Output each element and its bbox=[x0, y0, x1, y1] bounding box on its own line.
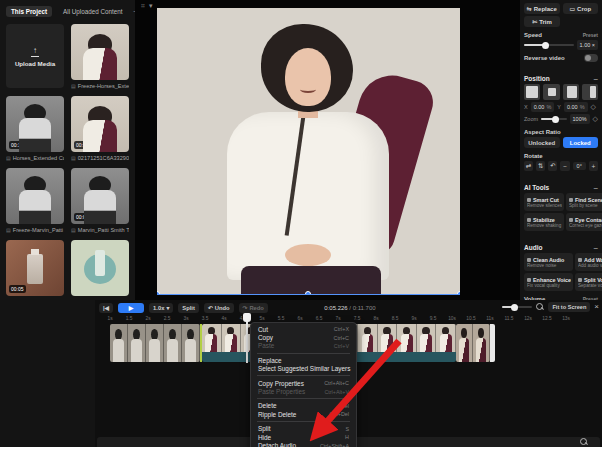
rotate-90-icon[interactable]: ↶ bbox=[548, 161, 557, 171]
filmstrip-frame bbox=[110, 324, 128, 362]
audio-tool-card[interactable]: Enhance Voice Fix vocal quality bbox=[524, 273, 573, 291]
context-menu-item[interactable]: Paste Ctrl+V bbox=[251, 342, 356, 350]
flip-horizontal-icon[interactable]: ⇄ bbox=[524, 161, 533, 171]
speed-preset-label[interactable]: Preset bbox=[583, 32, 598, 38]
position-preset-fill[interactable] bbox=[524, 84, 540, 100]
crop-label: Crop bbox=[577, 6, 591, 12]
context-menu-item[interactable]: Copy Properties Ctrl+Alt+C bbox=[251, 379, 356, 387]
crop-button[interactable]: ▭ Crop bbox=[563, 3, 599, 14]
aspect-unlocked-button[interactable]: Unlocked bbox=[524, 137, 560, 148]
video-preview[interactable] bbox=[157, 8, 460, 295]
redo-button[interactable]: ↷Redo bbox=[239, 303, 268, 313]
ai-tools-collapse-icon[interactable]: – bbox=[594, 186, 598, 190]
position-preset-fit[interactable] bbox=[543, 84, 559, 100]
clip-right-trim-handle[interactable] bbox=[490, 324, 495, 362]
position-keyframe-icon[interactable]: ◇ bbox=[591, 103, 596, 111]
ruler-tick: 3s bbox=[183, 316, 188, 321]
media-thumbnail[interactable] bbox=[71, 24, 129, 80]
playback-speed-button[interactable]: 1.0x▾ bbox=[149, 303, 173, 313]
media-item[interactable]: 00:13 ▤ Horses_Extended Cu... bbox=[6, 96, 64, 161]
skip-back-button[interactable]: |◀ bbox=[99, 303, 113, 313]
undo-button[interactable]: ↶Undo bbox=[204, 303, 234, 313]
upload-media-button[interactable]: ↑ Upload Media bbox=[6, 24, 64, 88]
media-thumbnail[interactable]: 00:06 bbox=[71, 96, 129, 152]
speed-slider[interactable] bbox=[524, 44, 574, 46]
position-collapse-icon[interactable]: – bbox=[594, 77, 598, 81]
context-menu-item[interactable]: Ripple Delete Ctrl+Del bbox=[251, 410, 356, 418]
trim-button[interactable]: ✄ Trim bbox=[524, 16, 560, 27]
media-item[interactable]: ▤ Freeze-Marvin_Patti ... bbox=[6, 168, 64, 233]
ai-tool-card[interactable]: Stabilize Remove shaking bbox=[524, 213, 564, 231]
position-preset-right-wide[interactable] bbox=[563, 84, 579, 100]
context-menu-item[interactable]: Select Suggested Similar Layers bbox=[251, 365, 356, 373]
ai-tool-card[interactable]: Smart Cut Remove silences bbox=[524, 193, 564, 211]
aspect-locked-button[interactable]: Locked bbox=[563, 137, 599, 148]
context-menu-item[interactable]: Split S bbox=[251, 425, 356, 433]
context-menu-item[interactable]: Delete Del bbox=[251, 402, 356, 410]
rotate-angle-value[interactable]: 0° bbox=[573, 162, 586, 170]
selection-handle-bottom-center[interactable] bbox=[305, 291, 311, 295]
zoom-in-icon[interactable] bbox=[536, 303, 544, 311]
media-item[interactable]: ▤ Generated_Scene_Wi... bbox=[71, 240, 129, 305]
y-input[interactable]: 0.00% bbox=[564, 102, 588, 112]
clip-tail[interactable] bbox=[456, 324, 490, 362]
position-preset-right-narrow[interactable] bbox=[582, 84, 598, 100]
media-item[interactable]: ▤ Freeze-Horses_Exten... bbox=[71, 24, 129, 89]
selection-handle-bottom-left[interactable] bbox=[157, 291, 160, 295]
context-menu-item[interactable] bbox=[257, 353, 350, 354]
selection-handle-bottom-right[interactable] bbox=[457, 291, 460, 295]
x-input[interactable]: 0.00% bbox=[531, 102, 555, 112]
media-thumbnail[interactable] bbox=[6, 168, 64, 224]
rotate-decrease-button[interactable]: − bbox=[560, 161, 569, 171]
media-item[interactable]: 00:06 ▤ 02171251C6A332908... bbox=[71, 96, 129, 161]
media-thumbnail[interactable] bbox=[71, 240, 129, 296]
context-menu: Cut Ctrl+X Copy Ctrl+C Paste Ctrl+V Repl… bbox=[250, 322, 357, 450]
ruler-tick: 7s bbox=[335, 316, 340, 321]
speed-value[interactable]: 1.00 × bbox=[577, 40, 598, 50]
trim-icon: ✄ bbox=[532, 18, 537, 25]
zoom-keyframe-icon[interactable]: ◇ bbox=[593, 115, 598, 123]
split-button[interactable]: Split bbox=[178, 303, 199, 313]
clip-bw-intro[interactable] bbox=[110, 324, 200, 362]
close-icon[interactable]: × bbox=[594, 303, 599, 311]
media-thumbnail[interactable]: 00:13 bbox=[6, 96, 64, 152]
context-menu-item[interactable]: Cut Ctrl+X bbox=[251, 325, 356, 333]
flip-vertical-icon[interactable]: ⇅ bbox=[536, 161, 545, 171]
play-button[interactable]: ▶ bbox=[118, 303, 144, 313]
zoom-value[interactable]: 100% bbox=[570, 114, 590, 124]
menu-item-shortcut: Ctrl+Alt+V bbox=[324, 389, 349, 395]
ai-tool-card[interactable]: Eye Contact Correct eye gaze bbox=[566, 213, 602, 231]
context-menu-item[interactable]: Paste Properties Ctrl+Alt+V bbox=[251, 387, 356, 395]
chevron-down-icon[interactable]: ▾ bbox=[149, 2, 153, 10]
preview-canvas[interactable]: ⌗ ▾ bbox=[135, 0, 520, 300]
replace-button[interactable]: ⇆ Replace bbox=[524, 3, 560, 14]
zoom-slider[interactable] bbox=[541, 118, 566, 120]
timeline-zoom-slider[interactable] bbox=[502, 306, 532, 308]
fit-to-screen-button[interactable]: Fit to Screen bbox=[548, 302, 590, 312]
layout-icon[interactable]: ⌗ bbox=[141, 2, 145, 10]
audio-tool-card[interactable]: Clean Audio Remove noise bbox=[524, 253, 573, 271]
context-menu-item[interactable] bbox=[257, 421, 350, 422]
media-thumbnail[interactable]: 00:05 bbox=[6, 240, 64, 296]
media-item-caption: ▤ Horses_Extended Cu... bbox=[6, 155, 64, 161]
context-menu-item[interactable]: Replace bbox=[251, 356, 356, 364]
search-icon[interactable] bbox=[580, 438, 588, 446]
menu-item-shortcut: H bbox=[345, 434, 349, 440]
audio-collapse-icon[interactable]: – bbox=[594, 246, 598, 250]
ruler-tick: 11.5 bbox=[505, 316, 514, 321]
context-menu-item[interactable]: Hide H bbox=[251, 433, 356, 441]
context-menu-item[interactable] bbox=[257, 398, 350, 399]
audio-tool-card[interactable]: Add Waveform Add audio visuals bbox=[575, 253, 602, 271]
context-menu-item[interactable]: Copy Ctrl+C bbox=[251, 333, 356, 341]
media-thumbnail[interactable]: 00:05 bbox=[71, 168, 129, 224]
media-item[interactable]: 00:05 ▤ Generated Video: tur... bbox=[6, 240, 64, 305]
zoom-label: Zoom bbox=[524, 116, 538, 122]
rotate-increase-button[interactable]: + bbox=[589, 161, 598, 171]
ai-tool-card[interactable]: Find Scenes Split by scene bbox=[566, 193, 602, 211]
reverse-video-toggle[interactable] bbox=[584, 54, 598, 62]
tab-this-project[interactable]: This Project bbox=[6, 6, 52, 17]
audio-tool-card[interactable]: Split Vocals Separate vocal layer bbox=[575, 273, 602, 291]
media-item[interactable]: 00:05 ▤ Marvin_Patti Smith T... bbox=[71, 168, 129, 233]
context-menu-item[interactable] bbox=[257, 375, 350, 376]
tab-all-uploaded-content[interactable]: All Uploaded Content bbox=[58, 6, 128, 17]
